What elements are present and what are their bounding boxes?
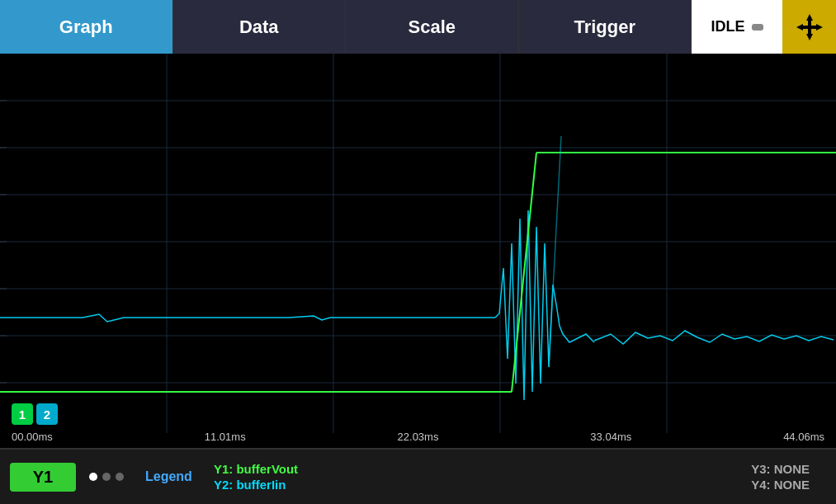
channel-badges: 1 2	[12, 403, 58, 425]
move-arrows-icon	[795, 12, 824, 42]
svg-rect-6	[0, 54, 836, 448]
status-badge: IDLE	[692, 0, 782, 54]
tab-trigger[interactable]: Trigger	[519, 0, 692, 54]
x-label-3: 33.04ms	[590, 431, 631, 443]
header: Graph Data Scale Trigger IDLE	[0, 0, 836, 54]
tab-scale[interactable]: Scale	[346, 0, 519, 54]
x-label-4: 44.06ms	[783, 431, 824, 443]
legend-entries: Y1: bufferVout Y2: bufferIin	[214, 462, 738, 492]
footer-dots	[89, 473, 124, 481]
y3-legend: Y3: NONE	[751, 462, 810, 476]
x-axis-labels: 00.00ms 11.01ms 22.03ms 33.04ms 44.06ms	[0, 431, 836, 443]
graph-area: 1 2 00.00ms 11.01ms 22.03ms 33.04ms 44.0…	[0, 54, 836, 448]
x-label-1: 11.01ms	[205, 431, 246, 443]
channel-2-badge: 2	[36, 403, 58, 425]
x-label-0: 00.00ms	[12, 431, 53, 443]
y1-legend: Y1: bufferVout	[214, 462, 738, 476]
move-icon-button[interactable]	[782, 0, 836, 54]
x-label-2: 22.03ms	[398, 431, 439, 443]
footer-dot-1	[89, 473, 97, 481]
status-dot-icon	[752, 24, 763, 31]
graph-canvas	[0, 54, 836, 448]
tab-data[interactable]: Data	[173, 0, 347, 54]
y4-legend: Y4: NONE	[751, 478, 810, 492]
y2-legend: Y2: bufferIin	[214, 478, 738, 492]
footer-dot-2	[102, 473, 111, 481]
tab-graph[interactable]: Graph	[0, 0, 173, 54]
legend-right: Y3: NONE Y4: NONE	[751, 462, 826, 492]
channel-1-badge: 1	[12, 403, 33, 425]
legend-label: Legend	[137, 469, 201, 484]
svg-rect-5	[801, 26, 818, 29]
footer: Y1 Legend Y1: bufferVout Y2: bufferIin Y…	[0, 448, 836, 504]
y1-button[interactable]: Y1	[10, 463, 76, 492]
footer-dot-3	[116, 473, 124, 481]
